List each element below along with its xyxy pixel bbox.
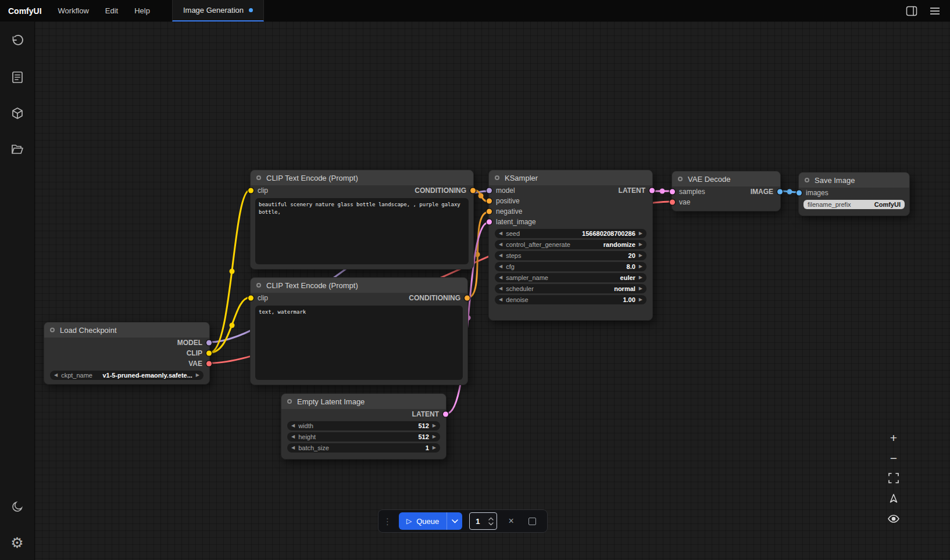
queue-list-icon[interactable]	[7, 67, 28, 88]
prev-arrow-icon[interactable]: ◀	[499, 242, 502, 247]
zoom-in-icon[interactable]: +	[885, 431, 902, 444]
workflows-folder-icon[interactable]	[7, 139, 28, 160]
collapse-dot[interactable]	[256, 283, 261, 288]
next-arrow-icon[interactable]: ▶	[639, 286, 642, 291]
latent-image-input-dot[interactable]	[487, 220, 492, 225]
tab-label: Image Generation	[183, 6, 244, 15]
conditioning-output-dot[interactable]	[470, 188, 476, 193]
latent-output-dot[interactable]	[443, 412, 448, 417]
widget-height[interactable]: ◀ height 512 ▶	[287, 432, 440, 441]
model-output-dot[interactable]	[206, 340, 212, 346]
collapse-dot[interactable]	[287, 399, 292, 404]
widget-cfg[interactable]: ◀ cfg 8.0 ▶	[495, 262, 647, 271]
node-title-bar[interactable]: VAE Decode	[672, 171, 780, 186]
decrement-arrow-icon[interactable]: ◀	[499, 231, 502, 236]
theme-moon-icon[interactable]	[7, 496, 28, 517]
settings-gear-icon[interactable]: ⚙	[7, 532, 28, 553]
collapse-dot[interactable]	[678, 177, 683, 181]
hamburger-menu-icon[interactable]	[924, 2, 945, 20]
node-load-checkpoint[interactable]: Load Checkpoint MODEL CLIP VAE ◀ ckpt_na…	[44, 322, 210, 385]
count-decrement-icon[interactable]	[488, 522, 494, 526]
vae-input-dot[interactable]	[670, 200, 675, 205]
decrement-arrow-icon[interactable]: ◀	[499, 264, 502, 269]
collapse-dot[interactable]	[495, 175, 499, 180]
menu-workflow[interactable]: Workflow	[50, 0, 97, 21]
model-library-icon[interactable]	[7, 103, 28, 124]
node-title-bar[interactable]: CLIP Text Encode (Prompt)	[251, 278, 467, 293]
node-title-bar[interactable]: KSampler	[489, 170, 652, 185]
count-increment-icon[interactable]	[488, 517, 494, 520]
widget-scheduler[interactable]: ◀ scheduler normal ▶	[495, 284, 647, 293]
increment-arrow-icon[interactable]: ▶	[433, 435, 436, 439]
increment-arrow-icon[interactable]: ▶	[639, 297, 642, 302]
node-clip-text-encode-positive[interactable]: CLIP Text Encode (Prompt) clip CONDITION…	[250, 170, 474, 270]
widget-sampler-name[interactable]: ◀ sampler_name euler ▶	[495, 273, 647, 282]
increment-arrow-icon[interactable]: ▶	[639, 264, 642, 269]
decrement-arrow-icon[interactable]: ◀	[291, 423, 295, 428]
menu-edit[interactable]: Edit	[97, 0, 126, 21]
widget-steps[interactable]: ◀ steps 20 ▶	[495, 251, 647, 260]
node-vae-decode[interactable]: VAE Decode samples IMAGE vae	[672, 171, 781, 211]
widget-seed[interactable]: ◀ seed 156680208700286 ▶	[495, 229, 647, 238]
decrement-arrow-icon[interactable]: ◀	[499, 297, 502, 302]
node-title-bar[interactable]: Save Image	[799, 173, 909, 188]
positive-input-dot[interactable]	[487, 199, 492, 204]
clip-input-dot[interactable]	[248, 296, 253, 301]
increment-arrow-icon[interactable]: ▶	[433, 423, 436, 428]
vae-output-dot[interactable]	[206, 361, 212, 367]
history-icon[interactable]	[7, 31, 28, 52]
decrement-arrow-icon[interactable]: ◀	[499, 253, 502, 258]
collapse-dot[interactable]	[256, 175, 261, 180]
clip-output-dot[interactable]	[206, 351, 212, 356]
increment-arrow-icon[interactable]: ▶	[639, 231, 642, 236]
conditioning-output-dot[interactable]	[465, 296, 470, 301]
decrement-arrow-icon[interactable]: ◀	[291, 435, 295, 439]
queue-button[interactable]: ▷ Queue	[399, 512, 447, 530]
node-ksampler[interactable]: KSampler model LATENT positive negative …	[488, 170, 653, 321]
images-input-dot[interactable]	[797, 191, 802, 196]
increment-arrow-icon[interactable]: ▶	[433, 446, 436, 450]
fit-view-icon[interactable]	[885, 472, 902, 484]
tab-image-generation[interactable]: Image Generation	[172, 0, 264, 21]
next-arrow-icon[interactable]: ▶	[639, 275, 642, 280]
menu-help[interactable]: Help	[126, 0, 158, 21]
samples-input-dot[interactable]	[670, 189, 675, 195]
negative-input-dot[interactable]	[487, 209, 492, 214]
queue-options-caret[interactable]	[447, 512, 462, 530]
model-input-dot[interactable]	[487, 188, 492, 193]
node-empty-latent-image[interactable]: Empty Latent Image LATENT ◀ width 512 ▶ …	[281, 393, 447, 460]
widget-ckpt-name[interactable]: ◀ ckpt_name v1-5-pruned-emaonly.safete..…	[50, 371, 203, 380]
image-output-dot[interactable]	[777, 189, 783, 195]
zoom-out-icon[interactable]: −	[885, 451, 902, 464]
widget-batch-size[interactable]: ◀ batch_size 1 ▶	[287, 443, 440, 453]
prompt-textarea[interactable]: beautiful scenery nature glass bottle la…	[255, 198, 469, 264]
node-title-bar[interactable]: Empty Latent Image	[281, 394, 446, 409]
collapse-dot[interactable]	[805, 178, 809, 182]
clip-input-dot[interactable]	[248, 188, 253, 193]
prev-arrow-icon[interactable]: ◀	[499, 275, 502, 280]
toggle-visibility-eye-icon[interactable]	[885, 512, 902, 525]
prev-arrow-icon[interactable]: ◀	[499, 286, 502, 291]
node-title-bar[interactable]: Load Checkpoint	[44, 322, 209, 338]
collapse-dot[interactable]	[50, 328, 55, 332]
interrupt-stop-icon[interactable]	[525, 518, 539, 525]
node-title-bar[interactable]: CLIP Text Encode (Prompt)	[251, 170, 473, 185]
increment-arrow-icon[interactable]: ▶	[639, 253, 642, 258]
batch-count-value[interactable]: 1	[470, 513, 485, 529]
next-arrow-icon[interactable]: ▶	[196, 373, 199, 378]
widget-width[interactable]: ◀ width 512 ▶	[287, 421, 440, 430]
node-save-image[interactable]: Save Image images filename_prefix ComfyU…	[798, 172, 910, 216]
widget-control-after-generate[interactable]: ◀ control_after_generate randomize ▶	[495, 240, 647, 249]
drag-handle[interactable]: ⋮	[383, 517, 392, 526]
prompt-textarea[interactable]: text, watermark	[255, 306, 463, 380]
widget-filename-prefix[interactable]: filename_prefix ComfyUI	[803, 200, 905, 209]
next-arrow-icon[interactable]: ▶	[639, 242, 642, 247]
widget-denoise[interactable]: ◀ denoise 1.00 ▶	[495, 295, 647, 304]
decrement-arrow-icon[interactable]: ◀	[291, 446, 295, 450]
node-clip-text-encode-negative[interactable]: CLIP Text Encode (Prompt) clip CONDITION…	[250, 277, 468, 385]
prev-arrow-icon[interactable]: ◀	[54, 373, 58, 378]
latent-output-dot[interactable]	[649, 188, 655, 193]
clear-queue-icon[interactable]: ×	[504, 516, 518, 526]
navigate-cursor-icon[interactable]	[885, 492, 902, 505]
toggle-panel-icon[interactable]	[901, 2, 922, 20]
